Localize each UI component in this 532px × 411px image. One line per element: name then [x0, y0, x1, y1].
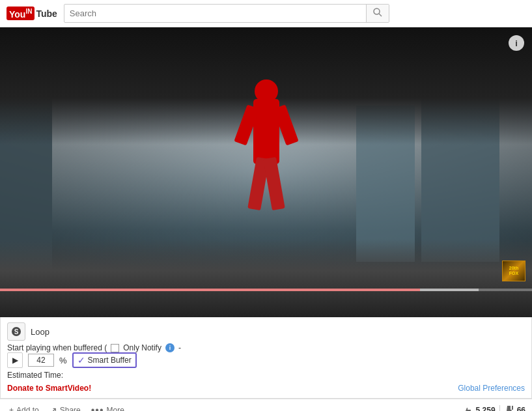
header: YouIN Tube [0, 0, 532, 27]
more-label: More [107, 406, 124, 411]
dots-icon: ••• [91, 404, 104, 411]
progress-bar[interactable] [0, 289, 532, 291]
like-divider [499, 405, 500, 411]
sv-smart-buffer-label: Smart Buffer [88, 356, 132, 365]
sv-only-notify-checkbox[interactable] [111, 344, 119, 352]
search-button[interactable] [366, 5, 389, 22]
sv-global-pref-link[interactable]: Global Preferences [458, 384, 525, 393]
sv-percent-input[interactable] [28, 354, 54, 367]
like-button[interactable]: 5,259 [463, 405, 496, 411]
sv-percent-sign: % [59, 356, 67, 365]
search-input[interactable] [64, 5, 366, 21]
share-button[interactable]: ↗ Share [47, 404, 83, 411]
add-to-button[interactable]: + Add to [7, 404, 42, 411]
search-bar [64, 4, 389, 23]
logo-tube: Tube [36, 8, 57, 19]
sv-autoplay-row: Start playing when buffered ( Only Notif… [7, 343, 525, 352]
action-bar: + Add to ↗ Share ••• More 5,259 66 [0, 399, 532, 411]
thumbs-up-icon [463, 405, 473, 411]
add-label: Add to [16, 406, 39, 411]
sv-loop-label: Loop [31, 327, 49, 337]
dislike-button[interactable]: 66 [504, 405, 525, 411]
like-dislike-group: 5,259 66 [463, 405, 525, 411]
smartvideo-panel: S Loop Start playing when buffered ( Onl… [0, 317, 532, 399]
sv-play-button[interactable]: ▶ [7, 352, 23, 368]
char-leg-right [263, 157, 285, 210]
fox-logo: 20thFOX [502, 261, 525, 281]
search-icon [373, 8, 382, 17]
sv-smart-buffer-badge: ✓ Smart Buffer [72, 352, 137, 368]
share-label: Share [60, 406, 81, 411]
sv-dash: - [178, 343, 181, 352]
sv-donate-label[interactable]: Donate to SmartVideo! [7, 384, 91, 393]
video-info-button[interactable]: i [509, 35, 524, 51]
sv-estimated-row: Estimated Time: [7, 371, 525, 380]
more-button[interactable]: ••• More [89, 403, 127, 411]
video-container: 20thFOX i ▶ ⏭ 🔊 2:30 / 3:09 ⚙ ▭ ⛶ [0, 27, 532, 317]
sv-only-notify-label: Only Notify [123, 343, 161, 352]
youtube-logo[interactable]: YouIN Tube [7, 7, 57, 21]
buffer-bar [0, 289, 479, 291]
sv-play-row: ▶ % ✓ Smart Buffer [7, 352, 525, 368]
sv-check-icon: ✓ [77, 355, 85, 365]
sv-info-circle[interactable]: i [165, 343, 175, 352]
svg-text:S: S [14, 328, 19, 335]
sv-donate-row: Donate to SmartVideo! Global Preferences [7, 384, 525, 393]
svg-point-0 [374, 8, 380, 14]
sv-loop-row: S Loop [7, 322, 525, 341]
add-icon: + [9, 406, 14, 411]
logo-yt: YouIN [7, 7, 35, 21]
dislike-count: 66 [517, 406, 525, 411]
svg-line-1 [379, 14, 382, 16]
sv-autoplay-text: Start playing when buffered ( [7, 343, 107, 352]
like-count: 5,259 [476, 406, 496, 411]
sv-icon: S [7, 322, 25, 341]
sv-logo-icon: S [11, 326, 21, 337]
thumbs-down-icon [504, 405, 514, 411]
sv-estimated-label: Estimated Time: [7, 371, 63, 380]
video-frame[interactable]: 20thFOX i [0, 27, 532, 317]
road-bottom [0, 239, 532, 317]
share-icon: ↗ [49, 405, 57, 411]
character-silhouette [240, 79, 292, 223]
